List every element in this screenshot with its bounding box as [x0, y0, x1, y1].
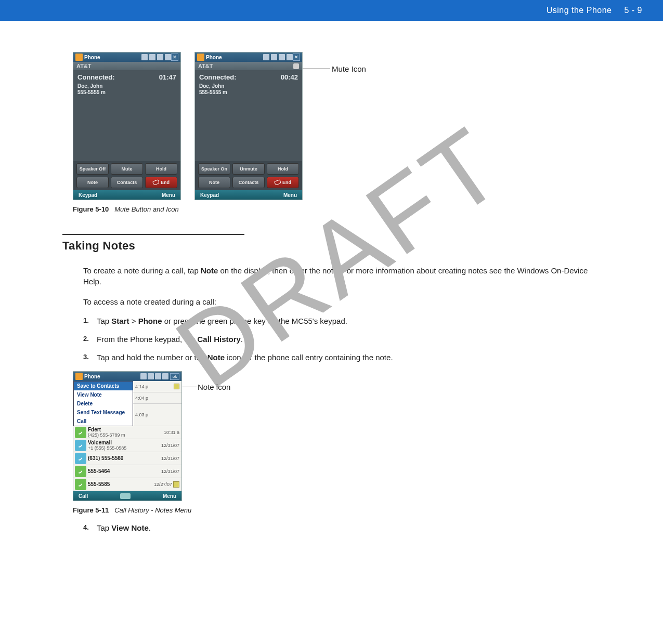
signal-icon: [157, 54, 163, 60]
figure-label: Figure 5-11: [73, 506, 109, 514]
hold-button[interactable]: Hold: [267, 163, 299, 175]
callout-line: [181, 387, 197, 387]
outgoing-call-icon: [75, 466, 86, 477]
page-header: Using the Phone 5 - 9: [0, 0, 663, 21]
caller-number: 555-5555 m: [77, 89, 176, 96]
ctx-view-note[interactable]: View Note: [74, 390, 133, 399]
step-3: 3.Tap and hold the number or the Note ic…: [83, 353, 601, 362]
history-partial-row: 4:04 p: [133, 392, 181, 404]
softkey-menu[interactable]: Menu: [283, 192, 297, 198]
ctx-save-to-contacts[interactable]: Save to Contacts: [74, 382, 133, 390]
connected-label: Connected:: [77, 73, 115, 81]
note-icon: [173, 481, 179, 488]
signal-icon: [279, 54, 285, 60]
history-partial-row: 4:03 p: [133, 404, 181, 426]
incoming-call-icon: [75, 453, 86, 464]
incoming-call-icon: [75, 440, 86, 451]
ctx-send-text[interactable]: Send Text Message: [74, 408, 133, 417]
speaker-button[interactable]: Speaker Off: [76, 163, 109, 175]
end-button[interactable]: End: [267, 177, 299, 188]
step-4: 4.Tap View Note.: [83, 523, 601, 532]
window-title: Phone: [84, 55, 141, 60]
ok-button[interactable]: ok: [170, 373, 179, 380]
softkey-menu[interactable]: Menu: [162, 192, 175, 198]
clock-icon: [271, 54, 277, 60]
start-icon[interactable]: [75, 54, 83, 61]
figure-text: Mute Button and Icon: [114, 205, 179, 213]
history-row[interactable]: Fdert(425) 555-6789 m 10:31 a: [73, 426, 181, 439]
close-icon[interactable]: ✕: [293, 54, 300, 61]
window-title: Phone: [84, 374, 139, 379]
volume-icon: [287, 54, 293, 60]
mute-icon: [293, 63, 299, 69]
volume-icon: [165, 54, 171, 60]
history-row[interactable]: Voicemail+1 (555) 555-0585 12/31/07: [73, 439, 181, 452]
outgoing-call-icon: [75, 427, 86, 438]
note-icon: [174, 384, 179, 389]
sync-icon: [148, 373, 154, 379]
note-button[interactable]: Note: [76, 177, 109, 188]
paragraph-2: To access a note created during a call:: [83, 296, 601, 307]
step-1: 1.Tap Start > Phone or press the green p…: [83, 317, 601, 325]
signal-icon: [155, 373, 161, 379]
carrier-label: AT&T: [198, 63, 213, 69]
unmute-button[interactable]: Unmute: [232, 163, 265, 175]
caller-number: 555-5555 m: [199, 89, 298, 96]
paragraph-1: To create a note during a call, tap Note…: [83, 265, 601, 287]
context-menu: Save to Contacts View Note Delete Send T…: [73, 381, 133, 426]
phone-screenshot-left: Phone ✕ AT&T Connected: 01:47 Doe, John …: [73, 52, 181, 200]
ctx-delete[interactable]: Delete: [74, 399, 133, 408]
section-title: Taking Notes: [62, 239, 601, 253]
mute-button[interactable]: Mute: [111, 163, 143, 175]
step-2: 2.From the Phone keypad, tap Call Histor…: [83, 335, 601, 344]
call-timer: 01:47: [159, 73, 176, 81]
rec-icon: [140, 373, 147, 379]
phone-titlebar: Phone ✕: [73, 52, 180, 62]
window-title: Phone: [206, 55, 263, 60]
callout-note-icon: Note icon: [198, 383, 230, 391]
softkey-keypad[interactable]: Keypad: [200, 192, 219, 198]
close-icon[interactable]: ✕: [171, 54, 178, 61]
rec-icon: [263, 54, 269, 60]
callout-mute-icon: Mute Icon: [332, 64, 366, 73]
contacts-button[interactable]: Contacts: [111, 177, 143, 188]
carrier-label: AT&T: [73, 62, 180, 70]
figure-text: Call History - Notes Menu: [114, 506, 191, 514]
history-row[interactable]: 555-5464 12/31/07: [73, 465, 181, 478]
call-history-screenshot: Phone ok Save to Contacts View Note Dele…: [73, 371, 182, 501]
ctx-call[interactable]: Call: [74, 417, 133, 426]
heart-icon: [141, 54, 148, 60]
figure-label: Figure 5-10: [73, 205, 109, 213]
history-row[interactable]: 555-5585 12/27/07: [73, 478, 181, 491]
note-button[interactable]: Note: [198, 177, 230, 188]
caller-name: Doe, John: [77, 83, 176, 89]
outgoing-call-icon: [75, 479, 86, 490]
figure-5-11-caption: Figure 5-11 Call History - Notes Menu: [73, 506, 601, 514]
caller-name: Doe, John: [199, 83, 298, 89]
hold-button[interactable]: Hold: [145, 163, 177, 175]
connected-label: Connected:: [199, 73, 237, 81]
start-icon[interactable]: [197, 54, 204, 61]
callout-line: [302, 69, 330, 69]
speaker-button[interactable]: Speaker On: [198, 163, 230, 175]
section-rule: [62, 234, 244, 235]
header-title: Using the Phone: [547, 6, 612, 15]
carrier-bar: AT&T: [195, 62, 302, 70]
end-button[interactable]: End: [145, 177, 177, 188]
header-page-num: 5 - 9: [624, 6, 642, 15]
clock-icon: [149, 54, 155, 60]
phone-titlebar: Phone ✕: [195, 52, 302, 62]
history-row[interactable]: (631) 555-5560 12/31/07: [73, 452, 181, 465]
softkey-call[interactable]: Call: [79, 493, 88, 499]
softkey-keypad[interactable]: Keypad: [79, 192, 97, 198]
start-icon[interactable]: [75, 373, 83, 380]
figure-5-10-caption: Figure 5-10 Mute Button and Icon: [73, 205, 601, 213]
call-timer: 00:42: [281, 73, 298, 81]
history-partial-row: 4:14 p: [133, 381, 181, 392]
keyboard-icon[interactable]: [120, 493, 131, 499]
volume-icon: [162, 373, 168, 379]
history-titlebar: Phone ok: [73, 372, 181, 381]
phone-screenshot-right: Phone ✕ AT&T Connected: 00:42: [194, 52, 303, 200]
softkey-menu[interactable]: Menu: [163, 493, 176, 499]
contacts-button[interactable]: Contacts: [232, 177, 265, 188]
